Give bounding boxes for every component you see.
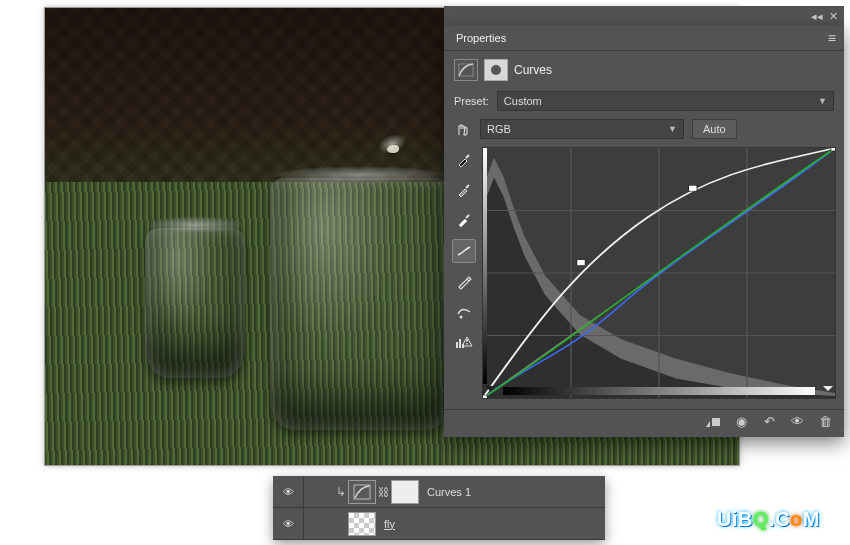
visibility-toggle[interactable]: 👁 xyxy=(273,476,304,507)
layer-row-fly[interactable]: 👁 fly xyxy=(273,508,605,540)
auto-button[interactable]: Auto xyxy=(692,119,737,139)
adjustment-header: Curves xyxy=(444,51,844,87)
panel-tabs: Properties ≡ xyxy=(444,26,844,51)
svg-rect-2 xyxy=(456,342,458,348)
layer-thumb[interactable] xyxy=(348,512,376,536)
mask-thumb[interactable] xyxy=(391,480,419,504)
adjustment-thumb[interactable] xyxy=(348,480,376,504)
svg-rect-16 xyxy=(689,185,697,191)
targeted-adjustment-icon[interactable] xyxy=(454,120,472,138)
channel-select[interactable]: RGB ▼ xyxy=(480,119,684,139)
input-gradient xyxy=(503,387,815,395)
layer-name[interactable]: fly xyxy=(376,518,395,530)
channel-value: RGB xyxy=(487,123,511,135)
watermark: UiBQ.CoM xyxy=(717,508,820,531)
visibility-icon[interactable]: 👁 xyxy=(788,414,806,429)
link-icon[interactable]: ⛓ xyxy=(376,486,391,498)
jar-large xyxy=(270,178,450,430)
histogram-warning-icon[interactable] xyxy=(453,331,475,353)
panel-dock-bar: ◂◂ ✕ xyxy=(444,6,844,26)
eyedropper-gray-icon[interactable] xyxy=(453,179,475,201)
close-icon[interactable]: ✕ xyxy=(829,11,838,22)
eyedropper-white-icon[interactable] xyxy=(453,209,475,231)
layers-panel-fragment: 👁 ↳ ⛓ Curves 1 👁 fly xyxy=(273,476,605,540)
black-point-handle[interactable] xyxy=(485,386,495,396)
properties-panel: Properties ≡ Curves Preset: Custom ▼ RGB… xyxy=(444,26,844,437)
curves-icon xyxy=(454,59,478,81)
view-previous-icon[interactable]: ◉ xyxy=(732,414,750,429)
chevron-down-icon: ▼ xyxy=(668,124,677,134)
chevron-down-icon: ▼ xyxy=(818,96,827,106)
curve-edit-icon[interactable] xyxy=(452,239,476,263)
svg-rect-19 xyxy=(354,485,370,499)
white-point-handle[interactable] xyxy=(823,386,833,396)
curves-graph[interactable] xyxy=(482,147,836,399)
tab-properties[interactable]: Properties xyxy=(444,26,518,50)
jar-small xyxy=(145,228,245,378)
svg-rect-15 xyxy=(577,260,585,266)
smooth-icon[interactable] xyxy=(453,301,475,323)
preset-label: Preset: xyxy=(454,95,489,107)
reset-icon[interactable]: ↶ xyxy=(760,414,778,429)
curves-toolstrip xyxy=(452,147,476,399)
svg-rect-18 xyxy=(712,418,720,426)
preset-value: Custom xyxy=(504,95,542,107)
delete-icon[interactable]: 🗑 xyxy=(816,414,834,429)
panel-footer: ◉ ↶ 👁 🗑 xyxy=(444,409,844,437)
fly-insect xyxy=(375,133,411,159)
pencil-icon[interactable] xyxy=(453,271,475,293)
svg-rect-6 xyxy=(466,343,467,344)
channel-row: RGB ▼ Auto xyxy=(444,115,844,143)
svg-rect-17 xyxy=(831,148,835,151)
input-slider[interactable] xyxy=(483,384,835,398)
panel-flyout-menu[interactable]: ≡ xyxy=(820,26,844,50)
visibility-toggle[interactable]: 👁 xyxy=(273,508,304,539)
clip-indicator-icon: ↳ xyxy=(334,485,348,499)
output-gradient xyxy=(482,148,487,384)
svg-rect-3 xyxy=(459,339,461,348)
preset-select[interactable]: Custom ▼ xyxy=(497,91,834,111)
mask-icon[interactable] xyxy=(484,59,508,81)
collapse-icon[interactable]: ◂◂ xyxy=(811,11,823,22)
svg-point-1 xyxy=(460,316,463,319)
curves-body xyxy=(444,143,844,409)
layer-row-curves[interactable]: 👁 ↳ ⛓ Curves 1 xyxy=(273,476,605,508)
preset-row: Preset: Custom ▼ xyxy=(444,87,844,115)
layer-name[interactable]: Curves 1 xyxy=(419,486,471,498)
clip-to-layer-icon[interactable] xyxy=(704,415,722,429)
svg-rect-5 xyxy=(466,339,467,342)
eyedropper-black-icon[interactable] xyxy=(453,149,475,171)
adjustment-title: Curves xyxy=(514,63,552,77)
